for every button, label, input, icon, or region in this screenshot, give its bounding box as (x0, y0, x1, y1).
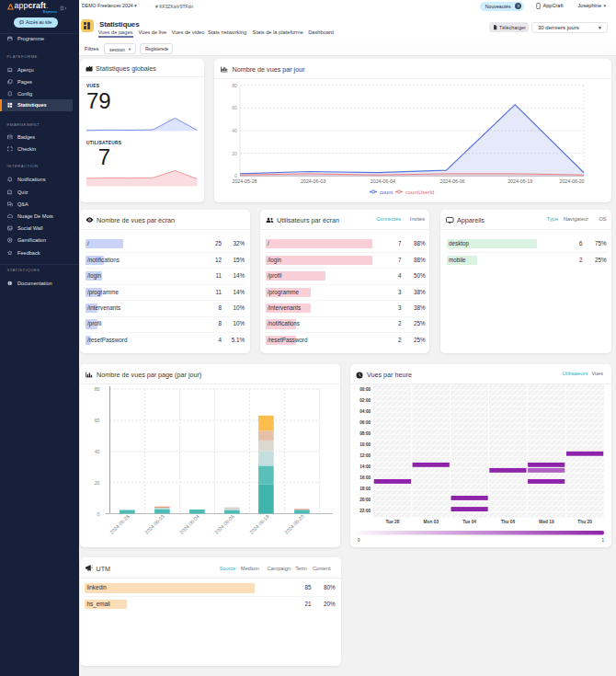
svg-text:12:00: 12:00 (359, 453, 371, 458)
svg-text:2024-06-20: 2024-06-20 (283, 513, 304, 534)
svg-text:20:00: 20:00 (359, 498, 371, 502)
svg-text:2024-06-03: 2024-06-03 (301, 178, 325, 184)
svg-text:2024-06-03: 2024-06-03 (143, 513, 165, 534)
svg-text:Wed 19: Wed 19 (539, 520, 554, 524)
svg-text:18:00: 18:00 (359, 487, 371, 491)
svg-text:20: 20 (232, 151, 237, 156)
svg-text:2024-05-28: 2024-05-28 (232, 178, 257, 184)
svg-text:Tue 28: Tue 28 (385, 520, 399, 524)
svg-text:1: 1 (601, 538, 604, 543)
svg-text:0: 0 (358, 538, 360, 543)
svg-text:22:00: 22:00 (359, 509, 371, 513)
svg-text:2024-06-04: 2024-06-04 (178, 513, 200, 534)
svg-text:2024-06-06: 2024-06-06 (213, 513, 234, 534)
svg-text:20: 20 (95, 480, 100, 486)
svg-text:06:00: 06:00 (359, 420, 371, 425)
svg-text:40: 40 (232, 128, 237, 133)
svg-text:Thu 06: Thu 06 (501, 520, 516, 524)
svg-text:Thu 20: Thu 20 (577, 520, 592, 524)
svg-text:2024-06-06: 2024-06-06 (439, 178, 464, 184)
svg-text:80: 80 (95, 386, 100, 392)
svg-text:Tue 04: Tue 04 (462, 520, 476, 524)
svg-text:2024-05-28: 2024-05-28 (108, 513, 130, 534)
svg-text:80: 80 (232, 83, 237, 88)
svg-text:04:00: 04:00 (359, 409, 371, 414)
svg-text:02:00: 02:00 (359, 398, 371, 403)
svg-text:10:00: 10:00 (359, 442, 371, 447)
svg-text:countUserId: countUserId (405, 189, 434, 195)
svg-text:14:00: 14:00 (359, 464, 371, 469)
svg-text:60: 60 (95, 418, 100, 423)
svg-text:00:00: 00:00 (359, 387, 371, 392)
svg-text:2024-06-04: 2024-06-04 (371, 178, 395, 184)
svg-text:count: count (380, 189, 394, 195)
svg-text:2024-06-19: 2024-06-19 (248, 513, 269, 534)
svg-text:16:00: 16:00 (359, 475, 371, 480)
svg-text:40: 40 (95, 449, 100, 454)
svg-text:Mon 03: Mon 03 (424, 520, 439, 524)
svg-text:2024-06-20: 2024-06-20 (559, 178, 584, 184)
svg-text:2024-06-19: 2024-06-19 (508, 178, 532, 184)
svg-text:0: 0 (97, 511, 100, 517)
svg-text:60: 60 (232, 105, 237, 110)
svg-text:08:00: 08:00 (359, 431, 371, 436)
